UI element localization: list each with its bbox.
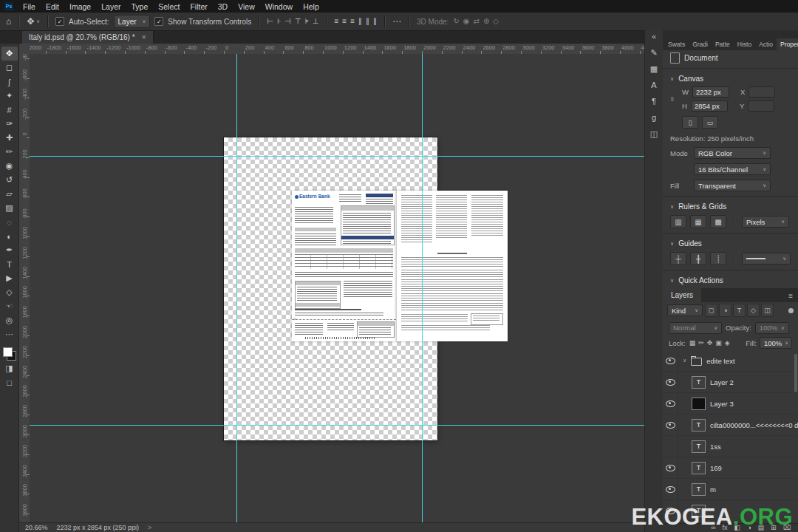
distribute-v-center-icon[interactable]: ≡ [342, 18, 347, 25]
home-icon[interactable]: ⌂ [6, 17, 11, 26]
layer-filter-kind-select[interactable]: Kind∨ [667, 304, 703, 316]
panel-tab-swats[interactable]: Swats [664, 38, 689, 50]
blur-tool[interactable]: ◌ [1, 215, 18, 229]
paragraph-panel-icon[interactable]: ¶ [652, 98, 656, 106]
panel-tab-patte[interactable]: Patte [712, 38, 734, 50]
current-tool-icon[interactable]: ✥ [27, 17, 34, 26]
fill-select[interactable]: Transparent∨ [694, 180, 771, 191]
canvas-x-field[interactable] [748, 86, 775, 98]
guide-horizontal-2[interactable] [30, 425, 644, 426]
menu-layer[interactable]: Layer [96, 2, 126, 11]
pen-tool[interactable]: ✒ [1, 243, 18, 257]
lock-all-icon[interactable]: ◈ [724, 339, 731, 347]
quick-mask-icon[interactable]: ◨ [1, 361, 18, 375]
clear-guides-icon[interactable]: ┊ [710, 252, 726, 265]
tab-layers[interactable]: Layers [663, 288, 701, 302]
zoom-tool[interactable]: ◎ [1, 313, 18, 327]
quick-selection-tool[interactable]: ✦ [1, 89, 18, 103]
foreground-color-swatch[interactable] [3, 347, 13, 357]
canvas-y-field[interactable] [748, 100, 774, 112]
libraries-panel-icon[interactable]: ◫ [650, 130, 658, 138]
filter-smart-objects-icon[interactable]: ◫ [761, 304, 774, 317]
guide-style-select[interactable]: ∨ [742, 253, 791, 265]
brush-settings-panel-icon[interactable]: ✎ [650, 49, 657, 57]
toggle-snap-icon[interactable]: ▩ [710, 215, 726, 228]
panel-tab-actio[interactable]: Actio [755, 38, 777, 50]
glyphs-panel-icon[interactable]: ɡ [652, 114, 656, 122]
filter-toggle-icon[interactable] [788, 308, 794, 313]
layer-row[interactable]: T169 [663, 457, 798, 479]
menu-select[interactable]: Select [153, 2, 185, 11]
panel-tab-properties[interactable]: Properties [777, 38, 798, 50]
move-tool[interactable]: ✥ [1, 47, 18, 61]
lasso-tool[interactable]: ʃ [1, 75, 18, 89]
layer-row[interactable]: T1ss [663, 436, 798, 457]
orientation-portrait-button[interactable]: ▯ [682, 116, 698, 129]
auto-select-checkbox[interactable]: ✓ [55, 17, 64, 26]
distribute-bottom-icon[interactable]: ≡ [350, 18, 355, 25]
guide-horizontal-1[interactable] [30, 156, 644, 157]
align-right-icon[interactable]: ⊣ [284, 18, 291, 25]
3d-slide-icon[interactable]: ⊕ [483, 18, 489, 25]
panel-menu-icon[interactable]: ≡ [788, 292, 793, 302]
distribute-left-icon[interactable]: ∥ [358, 18, 362, 25]
bit-depth-select[interactable]: 16 Bits/Channel∨ [694, 163, 771, 175]
menu-3d[interactable]: 3D [213, 2, 233, 11]
opacity-field[interactable]: 100%∨ [755, 322, 789, 334]
align-h-center-icon[interactable]: ⊦ [277, 18, 281, 25]
layer-row[interactable]: TLayer 2 [663, 372, 798, 393]
auto-select-target-select[interactable]: Layer ∨ [114, 15, 151, 28]
lock-pixels-icon[interactable]: ✏ [698, 339, 705, 347]
path-selection-tool[interactable]: ▶ [1, 271, 18, 285]
tab-close-icon[interactable]: × [142, 33, 146, 41]
shape-tool[interactable]: ◇ [1, 285, 18, 299]
menu-file[interactable]: File [18, 2, 41, 11]
brush-tool[interactable]: ✏ [1, 145, 18, 159]
menu-type[interactable]: Type [126, 2, 153, 11]
layer-visibility-toggle[interactable] [663, 457, 678, 478]
collapse-dock-icon[interactable]: « [652, 33, 656, 41]
guide-layout-icon[interactable]: ╂ [690, 252, 706, 265]
vertical-ruler[interactable]: -800-600-400-200020040060080010001200140… [19, 54, 30, 522]
character-panel-icon[interactable]: A [651, 81, 656, 89]
lock-trans-icon[interactable]: ▦ [689, 339, 697, 347]
menu-image[interactable]: Image [64, 2, 96, 11]
dodge-tool[interactable]: ◐ [1, 229, 18, 243]
layer-visibility-toggle[interactable] [663, 372, 678, 392]
3d-drag-icon[interactable]: ⇄ [474, 18, 480, 25]
tool-preset-arrow-icon[interactable]: ∨ [36, 18, 40, 24]
layer-visibility-toggle[interactable] [663, 436, 678, 457]
layer-visibility-toggle[interactable] [663, 415, 678, 435]
units-select[interactable]: Pixels∨ [742, 216, 789, 228]
align-left-icon[interactable]: ⊢ [267, 18, 273, 25]
status-chevron-icon[interactable]: > [148, 524, 151, 531]
toggle-rulers-icon[interactable]: ▥ [670, 215, 686, 228]
edit-toolbar-icon[interactable]: ⋯ [1, 327, 18, 341]
filter-type-layers-icon[interactable]: T [733, 304, 746, 317]
panel-tab-gradi[interactable]: Gradi [689, 38, 712, 50]
3d-scale-icon[interactable]: ◇ [493, 18, 499, 25]
more-options-icon[interactable]: ⋯ [392, 17, 401, 26]
menu-edit[interactable]: Edit [41, 2, 64, 11]
layer-row[interactable]: Layer 3 [663, 393, 798, 415]
align-top-icon[interactable]: ⊤ [295, 18, 301, 25]
filter-pixel-layers-icon[interactable]: ◻ [705, 304, 717, 317]
eraser-tool[interactable]: ▱ [1, 187, 18, 201]
filter-shape-layers-icon[interactable]: ◇ [747, 304, 760, 317]
expand-collapse-icon[interactable]: ∨ [683, 358, 686, 364]
toggle-grid-icon[interactable]: ▦ [690, 215, 706, 228]
history-brush-tool[interactable]: ↺ [1, 173, 18, 187]
gradient-tool[interactable]: ▨ [1, 201, 18, 215]
lock-position-icon[interactable]: ✥ [706, 339, 714, 347]
screen-mode-icon[interactable]: □ [1, 375, 18, 389]
document-tab[interactable]: Italy id.psd @ 20.7% (RGB/16) * × [22, 31, 154, 44]
section-quick-actions[interactable]: ∨ Quick Actions [663, 273, 798, 287]
layer-fill-field[interactable]: 100%∨ [760, 337, 792, 349]
new-guide-icon[interactable]: ┼ [670, 252, 686, 265]
layer-row[interactable]: Tm [663, 479, 798, 500]
link-dimensions-icon[interactable]: ∞ [669, 97, 676, 101]
layer-row[interactable]: ∨edite text [663, 350, 798, 372]
layers-scrollbar[interactable] [794, 354, 797, 392]
crop-tool[interactable]: # [1, 103, 18, 117]
distribute-right-icon[interactable]: ∥ [373, 18, 377, 25]
